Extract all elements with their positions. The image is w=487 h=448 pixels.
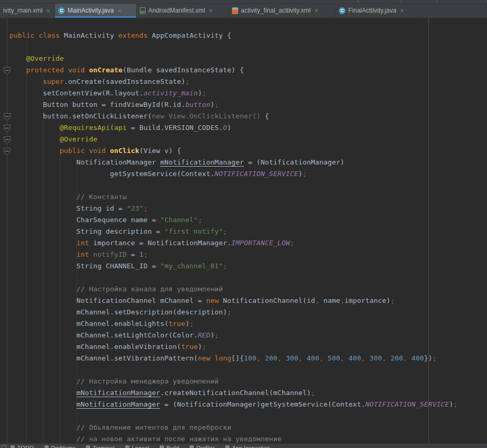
code-token: new long: [198, 354, 231, 362]
code-editor[interactable]: public class MainActivity extends AppCom…: [0, 18, 487, 443]
toolwindow-app-inspection[interactable]: App Inspection: [225, 445, 270, 448]
tab-label: FinalActtivity.java: [348, 7, 396, 14]
close-icon[interactable]: ×: [117, 7, 121, 14]
code-token: String description =: [9, 227, 164, 235]
code-token: = Build.VERSION_CODES.: [127, 124, 223, 132]
close-icon[interactable]: ×: [209, 7, 213, 14]
toolwindow-label: Problems: [51, 445, 75, 448]
toolwindow-build[interactable]: Build: [160, 445, 179, 448]
code-line[interactable]: mChannel.enableLights(true);: [0, 318, 487, 330]
app-inspection-icon: [225, 445, 229, 448]
code-line[interactable]: mNotificationManager.createNotificationC…: [0, 387, 487, 399]
code-token: ): [211, 101, 215, 108]
code-line[interactable]: protected void onCreate(Bundle savedInst…: [0, 64, 487, 76]
code-line[interactable]: // Настройка менеджера уведомлений: [0, 376, 487, 387]
code-token: O: [223, 124, 227, 132]
toolwindow-label: Logcat: [132, 445, 149, 448]
code-line[interactable]: // Обьявление интентов для переброски: [0, 422, 487, 433]
toolwindow-problems[interactable]: Problems: [45, 445, 75, 448]
code-line[interactable]: [0, 272, 487, 283]
code-line[interactable]: mChannel.enableVibration(true);: [0, 341, 487, 353]
code-token: ;: [190, 320, 194, 327]
code-token: NotificationChannel mChannel =: [9, 297, 206, 304]
code-token: mChannel.enableVibration(: [9, 343, 181, 351]
code-line[interactable]: CharSequence name = "Channel";: [0, 214, 487, 226]
code-token: // Константы: [9, 193, 127, 201]
code-line[interactable]: NotificationManager mNotificationManager…: [0, 157, 487, 168]
code-token: ;: [143, 204, 148, 212]
code-line[interactable]: getSystemService(Context.NOTIFICATION_SE…: [0, 168, 487, 180]
code-line[interactable]: [0, 41, 487, 53]
code-line[interactable]: int notifyID = 1;: [0, 249, 487, 260]
code-token: extends: [118, 31, 152, 39]
code-line[interactable]: mNotificationManager = (NotificationMana…: [0, 399, 487, 410]
code-line[interactable]: setContentView(R.layout.activity_main);: [0, 88, 487, 99]
code-line[interactable]: [0, 410, 487, 422]
code-token: onClick: [110, 147, 139, 155]
close-icon[interactable]: ×: [46, 7, 50, 14]
toolwindow-todo[interactable]: TODO: [10, 445, 34, 448]
toolwindow-logcat[interactable]: Logcat: [125, 445, 149, 448]
code-token: "23": [127, 204, 143, 212]
code-token: ,: [340, 297, 345, 304]
close-icon[interactable]: ×: [400, 7, 404, 14]
toolwindow-profiler[interactable]: Profiler: [190, 445, 215, 448]
code-line[interactable]: String id = "23";: [0, 203, 487, 214]
device-selector-widget[interactable]: [436, 0, 485, 4]
todo-icon: [10, 445, 15, 448]
code-token: ): [227, 124, 231, 132]
terminal-icon: [86, 445, 90, 448]
code-line[interactable]: public void onClick(View v) {: [0, 145, 487, 157]
code-token: mNotificationManager: [76, 400, 160, 408]
toolwindow-terminal[interactable]: Terminal: [86, 445, 115, 448]
tool-windows-icon[interactable]: [2, 445, 6, 448]
code-line[interactable]: // Константы: [0, 191, 487, 203]
code-line[interactable]: // Настройка канала для уведомлений: [0, 283, 487, 295]
code-token: NotificationManager: [9, 158, 160, 166]
code-token: 300: [370, 354, 382, 362]
tab-androidmanifest-xml[interactable]: MFAndroidManifest.xml×: [137, 3, 229, 18]
problems-icon: [45, 445, 49, 448]
code-token: mNotificationManager: [160, 158, 244, 166]
code-line[interactable]: String CHANNEL_ID = "my_channel_01";: [0, 260, 487, 272]
tab-activity-final-acttivity-xml[interactable]: activity_final_acttivity.xml×: [229, 3, 336, 18]
code-token: [345, 354, 349, 362]
code-line[interactable]: [0, 180, 487, 191]
code-token: [261, 354, 265, 362]
tab-label: MainActivity.java: [68, 7, 114, 14]
close-icon[interactable]: ×: [314, 7, 318, 14]
code-token: MainActivity: [64, 31, 118, 39]
code-token: ;: [227, 308, 231, 316]
code-line[interactable]: Button button = findViewById(R.id.button…: [0, 99, 487, 111]
code-line[interactable]: mChannel.setDescription(description);: [0, 307, 487, 318]
tab-finalacttivity-java[interactable]: CFinalActtivity.java×: [336, 3, 418, 18]
code-line[interactable]: mChannel.setLightColor(Color.RED);: [0, 330, 487, 341]
tab-ivity-main-xml[interactable]: ivity_main.xml×: [0, 3, 55, 18]
code-token: 500: [328, 354, 340, 362]
tab-mainactivity-java[interactable]: CMainActivity.java×: [55, 3, 137, 18]
code-line[interactable]: String description = "first notify";: [0, 226, 487, 237]
code-line[interactable]: int importance = NotificationManager.IMP…: [0, 237, 487, 249]
toolwindow-label: Terminal: [93, 445, 115, 448]
code-token: true: [169, 320, 185, 327]
code-line[interactable]: @Override: [0, 53, 487, 64]
code-token: [386, 354, 391, 362]
run-config-widget[interactable]: [358, 0, 402, 4]
code-line[interactable]: public class MainActivity extends AppCom…: [0, 30, 487, 41]
code-token: ,: [361, 354, 366, 362]
code-line[interactable]: super.onCreate(savedInstanceState);: [0, 76, 487, 88]
code-token: 300: [286, 354, 298, 362]
code-token: "my_channel_01": [160, 262, 223, 270]
code-line[interactable]: mChannel.setVibrationPattern(new long[]{…: [0, 353, 487, 364]
code-line[interactable]: NotificationChannel mChannel = new Notif…: [0, 295, 487, 307]
code-line[interactable]: @Override: [0, 134, 487, 145]
code-line[interactable]: @RequiresApi(api = Build.VERSION_CODES.O…: [0, 122, 487, 134]
code-token: CharSequence name =: [9, 216, 160, 224]
code-token: true: [181, 343, 198, 351]
code-line[interactable]: [0, 364, 487, 376]
code-token: String CHANNEL_ID =: [9, 262, 160, 270]
code-line[interactable]: button.setOnClickListener(new View.OnCli…: [0, 111, 487, 122]
code-line[interactable]: // на новое активити после нажатия на ув…: [0, 433, 487, 443]
code-token: super: [9, 78, 64, 85]
code-token: ;: [290, 239, 294, 247]
